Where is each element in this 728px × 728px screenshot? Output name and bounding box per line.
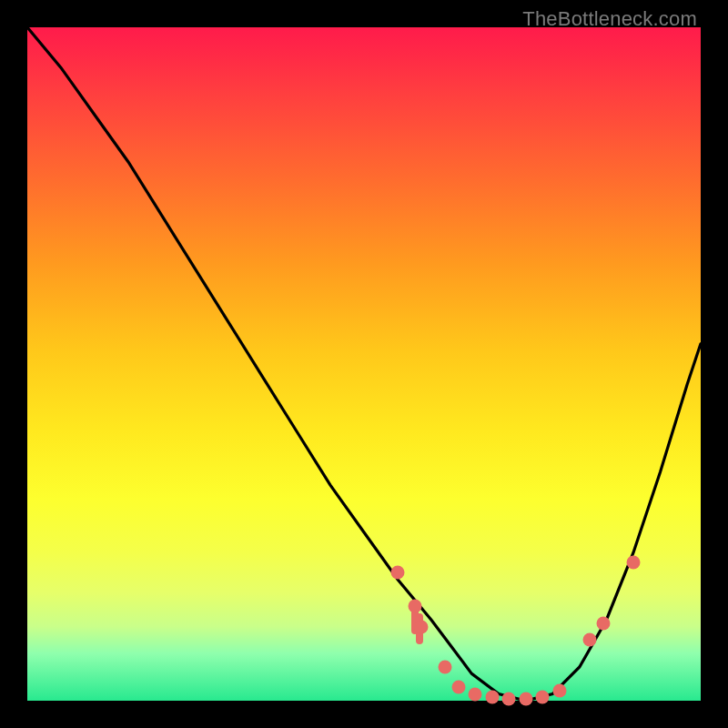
data-marker [536, 691, 550, 704]
bottleneck-curve [27, 27, 701, 701]
data-marker [438, 661, 451, 674]
data-marker [391, 566, 405, 580]
data-marker [596, 616, 610, 630]
data-marker [519, 692, 532, 705]
data-marker [502, 692, 516, 705]
data-marker [469, 687, 482, 701]
data-marker [627, 556, 641, 570]
data-marker [451, 681, 465, 694]
data-marker [414, 620, 428, 633]
plot-area [27, 27, 701, 701]
data-marker [485, 691, 499, 704]
data-marker [552, 683, 566, 697]
data-marker [582, 633, 596, 647]
chart-frame: TheBottleneck.com [0, 0, 728, 728]
data-marker [408, 600, 421, 613]
